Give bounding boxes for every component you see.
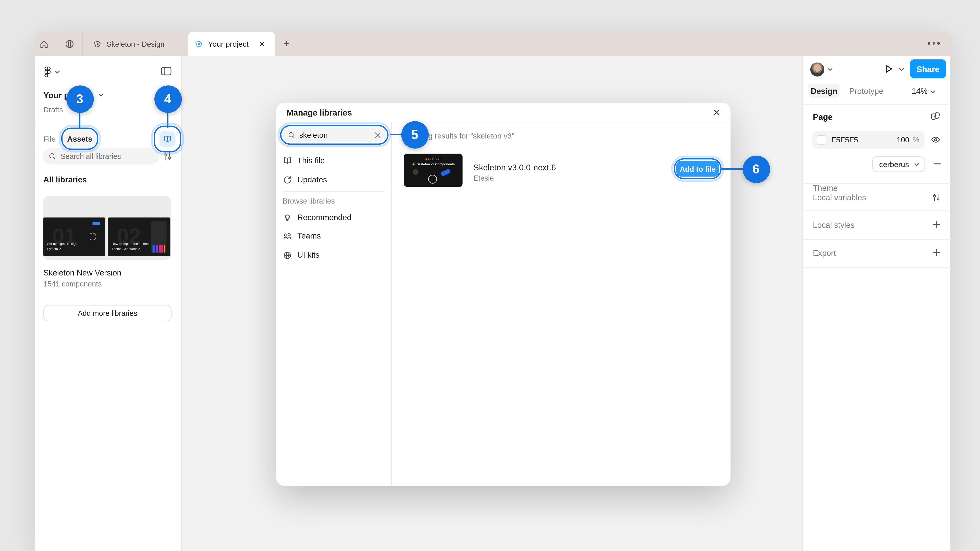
local-variables-label: Local variables [813, 193, 866, 202]
library-thumb-2: 02 How to Import Theme from Theme Genera… [108, 218, 170, 257]
divider [803, 239, 951, 240]
visibility-eye-icon[interactable] [930, 135, 941, 145]
thumb-caption: How to Import Theme from Theme Generator… [112, 242, 150, 251]
divider [803, 267, 951, 268]
nav-recommended[interactable]: Recommended [277, 210, 392, 225]
tab-file[interactable]: File [43, 135, 56, 144]
design-label: Design [811, 86, 837, 95]
library-card[interactable]: 01 Set-up Figma Design System ↗ 02 How t… [43, 196, 171, 260]
ring-shape [428, 175, 437, 184]
tab-label: Skeleton - Design [107, 40, 165, 48]
tab-skeleton-design[interactable]: Skeleton - Design [83, 32, 188, 56]
tab-divider [57, 32, 58, 56]
tab-assets[interactable]: Assets [64, 130, 96, 148]
filter-sliders-icon[interactable] [163, 151, 173, 162]
percent-sign: % [913, 135, 920, 144]
theme-value: cerberus [879, 160, 909, 168]
nav-ui-kits[interactable]: UI kits [277, 248, 392, 263]
close-tab-icon[interactable]: ✕ [259, 40, 265, 48]
home-icon[interactable] [39, 39, 49, 49]
library-thumb-1: 01 Set-up Figma Design System ↗ [43, 218, 105, 257]
avatar-chevron-icon[interactable] [828, 68, 833, 71]
nav-updates[interactable]: Updates [277, 172, 392, 187]
tab-design[interactable]: Design [808, 84, 840, 98]
divider [803, 104, 951, 105]
close-modal-icon[interactable]: ✕ [713, 108, 720, 117]
add-more-libraries-button[interactable]: Add more libraries [43, 305, 172, 321]
add-export-icon[interactable] [932, 248, 941, 257]
page-color-field[interactable]: F5F5F5 [812, 131, 881, 149]
page-color-hex: F5F5F5 [832, 135, 858, 144]
page-section-heading: Page [813, 112, 833, 122]
browser-globe-icon[interactable] [65, 39, 75, 49]
nav-this-file[interactable]: This file [277, 153, 392, 168]
modal-header: Manage libraries ✕ [277, 103, 731, 123]
project-chevron-icon[interactable] [98, 93, 103, 97]
color-swatch[interactable] [817, 135, 826, 144]
all-libraries-heading: All libraries [43, 176, 87, 184]
new-tab-icon[interactable]: + [282, 39, 292, 49]
clear-search-icon[interactable] [375, 132, 381, 138]
annotation-line-4 [167, 112, 169, 128]
present-play-icon[interactable] [884, 64, 893, 74]
libraries-button[interactable] [156, 128, 179, 150]
mini-button-shape [93, 222, 100, 225]
design-file-icon-active [195, 40, 203, 48]
badge-number: 5 [411, 127, 418, 142]
zoom-chevron-icon[interactable] [930, 90, 935, 94]
thumb-text: UI Kit with [428, 158, 441, 161]
nav-label: Updates [298, 176, 327, 184]
badge-number: 4 [164, 92, 172, 106]
library-search-input[interactable] [61, 152, 144, 160]
nav-teams[interactable]: Teams [277, 228, 392, 244]
add-more-label: Add more libraries [78, 310, 137, 317]
present-chevron-icon[interactable] [899, 68, 904, 71]
avatar[interactable] [810, 62, 824, 76]
modal-search-field[interactable] [283, 127, 386, 142]
right-panel: Share Design Prototype 14% Page F5F5F5 1… [802, 56, 950, 551]
annotation-line-5 [390, 134, 403, 135]
result-title: Skeleton v3.0.0-next.6 [473, 163, 556, 172]
tab-your-project[interactable]: Your project ✕ [188, 32, 275, 56]
share-label: Share [916, 64, 939, 74]
assets-label: Assets [67, 134, 92, 143]
page-opacity-field[interactable]: 100 % [877, 131, 924, 149]
add-style-icon[interactable] [932, 220, 941, 229]
zoom-level[interactable]: 14% [912, 87, 928, 96]
theme-label: Theme [813, 184, 838, 192]
result-author: Etesie [473, 174, 494, 182]
figma-app: Skeleton - Design Your project ✕ + [0, 0, 980, 551]
nav-label: UI kits [298, 251, 320, 260]
search-icon [288, 131, 296, 139]
nav-label: Recommended [298, 213, 352, 222]
remove-theme-icon[interactable] [933, 159, 942, 168]
variables-sliders-icon[interactable] [932, 192, 941, 202]
annotation-badge-4: 4 [154, 85, 182, 113]
color-bar [159, 245, 164, 252]
nav-label: This file [298, 156, 325, 165]
modal-sidebar: This file Updates Browse libraries Recom… [277, 122, 392, 486]
share-button[interactable]: Share [910, 59, 946, 79]
tab-bar: Skeleton - Design Your project ✕ + [35, 32, 950, 56]
tab-prototype[interactable]: Prototype [850, 87, 883, 96]
modal-title: Manage libraries [286, 107, 352, 117]
blue-pill-shape [441, 168, 451, 176]
page-styles-icon[interactable] [930, 111, 940, 121]
theme-dropdown[interactable]: cerberus [872, 156, 925, 172]
library-search[interactable] [43, 148, 160, 165]
badge-number: 3 [76, 92, 83, 106]
mini-spinner-shape [89, 233, 97, 241]
annotation-line-6 [722, 168, 743, 170]
add-to-file-button[interactable]: Add to file [676, 161, 719, 177]
more-menu-icon[interactable] [928, 42, 939, 44]
toggle-sidebar-icon[interactable] [161, 66, 172, 76]
divider [35, 124, 182, 124]
local-styles-label: Local styles [813, 221, 854, 230]
chevron-down-icon[interactable] [55, 70, 60, 74]
figma-logo-icon[interactable] [43, 66, 52, 78]
modal-search-input[interactable] [299, 130, 363, 139]
open-book-icon [159, 131, 176, 147]
add-to-file-label: Add to file [679, 165, 716, 172]
thumb-caption: Set-up Figma Design System ↗ [47, 242, 86, 251]
export-label: Export [813, 249, 836, 258]
